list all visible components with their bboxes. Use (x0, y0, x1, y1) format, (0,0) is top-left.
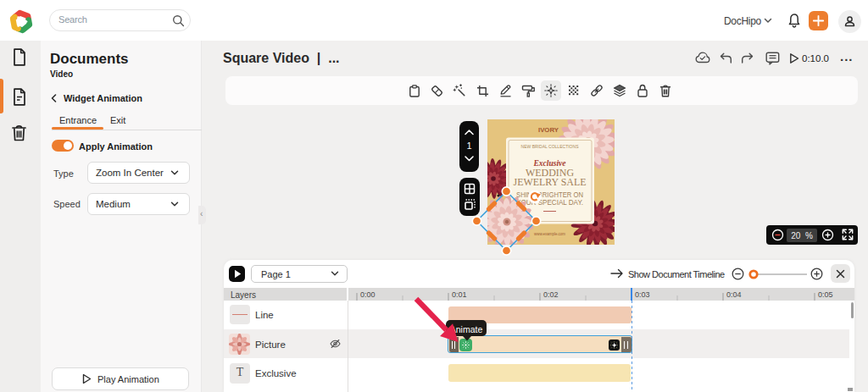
svg-text:0:04: 0:04 (726, 290, 742, 299)
svg-text:0:05: 0:05 (818, 290, 833, 299)
svg-text:NEW BRIDAL COLLECTIONS: NEW BRIDAL COLLECTIONS (521, 144, 580, 149)
svg-text:0:00: 0:00 (360, 290, 376, 299)
svg-text:IVORY: IVORY (538, 127, 559, 133)
svg-text:0:02: 0:02 (543, 290, 559, 299)
svg-text:0:03: 0:03 (635, 290, 650, 299)
